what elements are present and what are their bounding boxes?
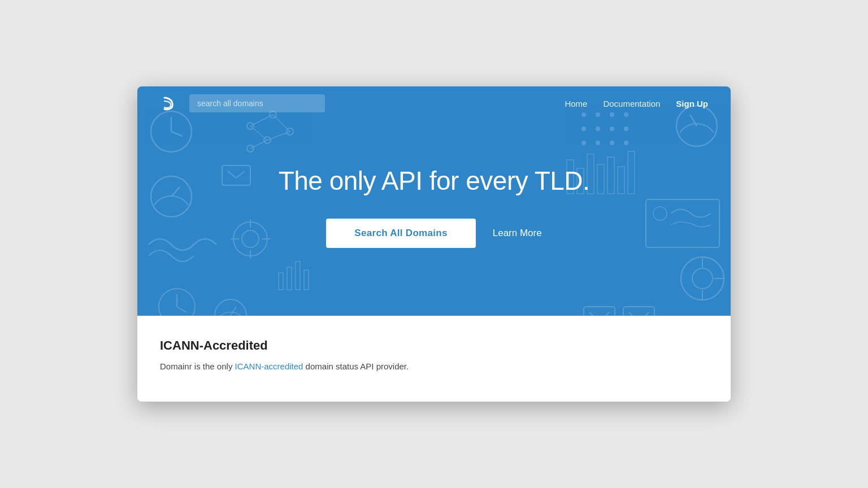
nav-links: Home Documentation Sign Up xyxy=(565,99,708,108)
nav-documentation[interactable]: Documentation xyxy=(603,99,660,108)
nav-home[interactable]: Home xyxy=(565,99,587,108)
navbar: Home Documentation Sign Up xyxy=(137,86,731,120)
icann-accredited-link[interactable]: ICANN-accredited xyxy=(235,361,303,371)
search-input[interactable] xyxy=(189,94,325,112)
hero-section: Home Documentation Sign Up The only API … xyxy=(137,86,731,316)
browser-window: Home Documentation Sign Up The only API … xyxy=(137,86,731,402)
section-icann-text: Domainr is the only ICANN-accredited dom… xyxy=(160,360,708,373)
nav-signup[interactable]: Sign Up xyxy=(676,99,708,108)
section-icann-title: ICANN-Accredited xyxy=(160,338,708,353)
section-text-before: Domainr is the only xyxy=(160,361,235,371)
search-all-domains-button[interactable]: Search All Domains xyxy=(326,219,475,248)
hero-buttons: Search All Domains Learn More xyxy=(326,219,541,248)
logo xyxy=(160,94,178,112)
hero-content: The only API for every TLD. Search All D… xyxy=(137,120,731,316)
learn-more-button[interactable]: Learn More xyxy=(493,228,542,239)
white-section: ICANN-Accredited Domainr is the only ICA… xyxy=(137,316,731,402)
logo-icon xyxy=(160,94,178,112)
section-text-after: domain status API provider. xyxy=(303,361,409,371)
hero-title: The only API for every TLD. xyxy=(279,165,590,196)
